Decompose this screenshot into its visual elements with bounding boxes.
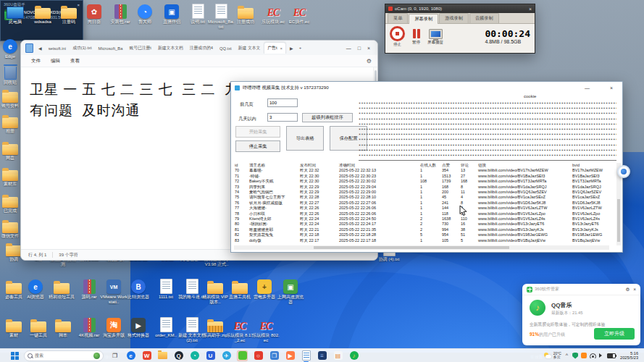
taskbar-icon-wps[interactable]: W [141,350,152,361]
tab-setsoft.ini[interactable]: setsoft.ini [46,43,70,54]
taskbar-icon-multi-open[interactable]: ❐ [269,350,280,361]
minimize-button[interactable]: — [346,46,351,51]
desktop-icon[interactable]: 直播工具机 [226,278,254,300]
minimize-button[interactable]: — [585,85,590,90]
ocam-tab-游戏录制[interactable]: 游戏录制 [439,13,469,23]
taskbar-icon-telegram[interactable]: ✈ [221,350,232,361]
taskbar-icon-notepad[interactable] [301,350,311,361]
table-row[interactable]: 77大海猪猪-昨天 22:262025-05-22 22:26:0611443w… [234,206,609,211]
days-input[interactable] [267,113,298,122]
menu-item-查看[interactable]: 查看 [66,56,84,66]
taskbar-icon-qq[interactable]: Q [173,350,184,361]
tab-账号已注册t[interactable]: 账号已注册t [126,43,154,54]
table-row[interactable]: 81唯星猪猪意耶昨天 22:212025-05-22 22:21:3529943… [234,227,609,232]
upgrade-now-button[interactable]: 立即升级 [594,328,635,340]
clock[interactable]: 5:162025/5/23 [620,351,638,361]
desktop-icon[interactable]: 注册成功 [232,3,259,25]
desktop-icon[interactable]: 精易论坛工具 [48,278,75,300]
desktop-icon[interactable]: 素材 [0,316,28,338]
tab-scroll-left-icon[interactable]: ◀ [36,46,44,51]
settings-gear-icon[interactable]: ⚙ [625,287,630,292]
taskbar-icon-mini-doc-app[interactable]: ▤ [333,350,343,361]
desktop-icon[interactable]: 源码.rar [75,278,103,300]
close-button[interactable]: × [529,7,532,12]
export-table-button[interactable]: 导出表格 [286,126,324,151]
cookie-masked-field[interactable]: ****************************************… [359,101,616,159]
desktop-icon[interactable]: ▶格式转换器 [125,316,152,338]
desktop-icon[interactable]: EC乐玩模块.ec [259,3,287,25]
battery-icon[interactable] [607,353,616,358]
table-row[interactable]: 80-胡玥好困-昨天 22:242025-05-22 22:24:1727301… [234,222,609,227]
close-button[interactable]: × [633,287,636,292]
desktop-icon[interactable]: 1111.txt [152,278,180,300]
search-box[interactable]: 搜索 [24,350,104,361]
taskbar-icon-orange-app[interactable]: ▶ [285,350,296,361]
desktop-icon[interactable]: 素材库 [0,165,22,187]
desktop-icon[interactable]: Microsoft_Ba.txt [207,3,235,30]
taskbar-icon-task-view[interactable]: ❐ [109,350,120,361]
taskbar-icon-file-explorer[interactable] [157,350,168,361]
desktop-icon[interactable]: eEdge [0,38,22,59]
table-row[interactable]: 76钦月月-疯狂减脂版昨天 22:272025-05-22 22:27:0612… [234,201,609,206]
stop-collect-button[interactable]: 停止采集 [235,140,280,152]
ocam-tab-屏幕录制[interactable]: 屏幕录制 [409,14,438,24]
table-row[interactable]: 74爱蛤气泡锅巴昨天 22:292025-05-22 22:29:0012001… [234,190,609,195]
desktop-icon[interactable]: EC乐玩模块 802.ec [252,316,280,343]
desktop-icon[interactable]: EC乐玩模块 8.17_2.ec [226,316,254,343]
desktop-icon[interactable]: VMVMware Workstati.. [100,278,127,305]
desktop-icon[interactable]: 4K视频.rar [75,316,103,338]
desktop-icon[interactable]: +雷电多开器 [251,278,278,300]
table-row[interactable]: 70幕幕喵-昨天 22:322025-05-22 22:32:13135413w… [234,168,609,173]
360-float-ball[interactable] [617,165,630,178]
close-button[interactable]: × [610,85,613,90]
close-button[interactable]: × [367,46,370,51]
desktop-icon[interactable]: ✿向日葵 [80,3,108,25]
table-row[interactable]: 79Kiters绮太郎昨天 22:242025-05-22 22:24:5021… [234,216,609,222]
tab-新建 文本文[interactable]: 新建 文本文 [235,43,264,54]
wifi-icon[interactable] [590,353,596,358]
settings-gear-icon[interactable]: ⚙ [367,58,372,64]
update-tray-icon[interactable] [581,353,587,358]
table-row[interactable]: 72Bakery不失眠昨天 22:302025-05-22 22:30:0210… [234,179,609,184]
taskbar-icon-edge-browser[interactable]: e [125,350,136,361]
desktop-icon[interactable]: ▣上网高速浏览器 [277,278,304,305]
tab-Microsoft_Ba[interactable]: Microsoft_Ba [96,43,126,54]
desktop-icon[interactable]: 注册码 [55,3,83,25]
pause-record-button[interactable]: 暂停 [411,28,422,45]
table-horizontal-scrollbar[interactable] [234,245,609,250]
sort-button[interactable]: 超级列表框排序 [302,113,353,122]
tab-scroll-right-icon[interactable]: ▶ [288,46,296,51]
table-row[interactable]: 73四季到来昨天 22:292025-05-22 22:29:0411688ww… [234,185,609,190]
antivirus-tray-icon[interactable] [572,353,578,359]
maximize-button[interactable]: □ [358,46,361,51]
desktop-icon[interactable]: wdsadsa [29,3,57,25]
desktop-icon[interactable]: 安装包.rar [106,3,134,25]
close-tab-icon[interactable]: × [279,46,283,51]
table-row[interactable]: 78小日和咲昨天 22:262025-05-22 22:26:0611181ww… [234,211,609,216]
recycle-bin[interactable]: 回收站 [0,64,22,85]
desktop-icon[interactable]: B比特浏览器 [125,278,152,300]
new-tab-button[interactable]: + [297,46,304,50]
taskbar-icon-uu-app[interactable]: U [205,350,216,361]
taskbar-icon-list-app[interactable]: ≡ [317,350,327,361]
ocam-tab-菜单[interactable]: 菜单 [388,13,408,23]
stop-record-button[interactable]: 停止 [390,26,405,47]
menu-item-文件[interactable]: 文件 [27,56,45,66]
table-row[interactable]: 83dolly饭昨天 22:172025-05-22 22:17:1811055… [234,238,609,243]
taskbar-icon-wechat[interactable] [237,350,248,361]
desktop-icon[interactable]: 精易模块 VIP版本.. [201,278,229,305]
desktop-icon[interactable]: 网盘 [0,139,22,161]
desktop-icon[interactable]: 相册 [0,112,22,134]
desktop-icon[interactable]: 已完成 [0,192,22,214]
desktop-icon[interactable]: ◔鲁大师 [131,3,159,25]
this-pc[interactable]: 此电脑 [1,3,29,25]
tray-chevron-up-icon[interactable]: ^ [566,353,568,358]
table-row[interactable]: 75请叫我零七公主殿下昨天 22:282025-05-22 22:28:1014… [234,195,609,200]
tab-QQ.txt[interactable]: QQ.txt [217,43,235,54]
desktop-icon[interactable]: 乐高助手.zip [201,316,229,338]
start-collect-button[interactable]: 开始采集 [235,126,280,138]
volume-icon[interactable] [599,353,604,358]
desktop-icon[interactable]: 脚本 [49,316,77,338]
taskbar-icon-qq-music[interactable]: ♪ [348,350,359,361]
screen-capture-button[interactable]: 屏幕捕捉 [427,29,443,45]
